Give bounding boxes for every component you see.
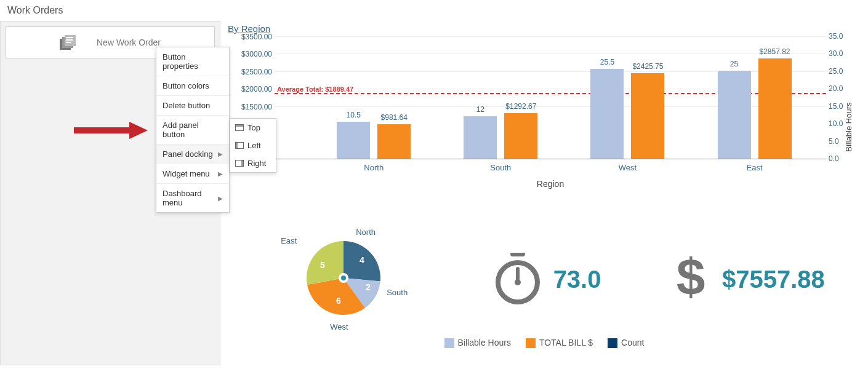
ctx-label: Delete button bbox=[163, 101, 210, 110]
kpi-total: $ $7557.88 bbox=[673, 253, 825, 306]
ctx-label: Button properties bbox=[163, 52, 223, 71]
bar-value-label: 25 bbox=[718, 60, 751, 68]
dock-right[interactable]: Right bbox=[230, 154, 276, 172]
ctx-label: Add panel button bbox=[163, 121, 223, 139]
y-left-tick: $2500.00 bbox=[241, 68, 272, 76]
x-category: West bbox=[619, 163, 637, 172]
stopwatch-icon bbox=[496, 253, 540, 306]
dollar-icon: $ bbox=[673, 253, 709, 306]
bar-value-label: $981.64 bbox=[377, 113, 411, 122]
legend-swatch bbox=[444, 338, 454, 348]
pie-slice-value: 4 bbox=[360, 255, 364, 265]
svg-marker-16 bbox=[129, 122, 148, 139]
y-right-tick: 0.0 bbox=[829, 154, 839, 163]
dock-label: Top bbox=[247, 123, 260, 132]
documents-stack-icon bbox=[60, 35, 77, 50]
annotation-arrow-icon bbox=[74, 122, 148, 141]
ctx-button-colors[interactable]: Button colors bbox=[156, 76, 229, 96]
bar-group-north: 10.5 $981.64 bbox=[337, 122, 411, 159]
average-label: Average Total: $1889.47 bbox=[277, 85, 353, 93]
x-category: East bbox=[747, 163, 763, 172]
bar-hours[interactable]: 12 bbox=[464, 116, 497, 159]
dock-top[interactable]: Top bbox=[230, 119, 276, 137]
y-right-tick: 35.0 bbox=[829, 32, 843, 41]
dock-label: Right bbox=[247, 159, 266, 168]
bar-value-label: $1292.67 bbox=[504, 102, 537, 111]
chart-title[interactable]: By Region bbox=[228, 23, 861, 34]
legend-label: Count bbox=[621, 338, 644, 347]
ctx-add-panel-button[interactable]: Add panel button bbox=[156, 116, 229, 145]
dock-left[interactable]: Left bbox=[230, 137, 276, 154]
x-axis-title: Region bbox=[537, 179, 564, 189]
ctx-label: Button colors bbox=[163, 81, 209, 90]
ctx-button-properties[interactable]: Button properties bbox=[156, 47, 229, 76]
ctx-delete-button[interactable]: Delete button bbox=[156, 96, 229, 116]
dock-label: Left bbox=[247, 141, 261, 150]
legend-swatch bbox=[526, 338, 536, 348]
ctx-dashboard-menu[interactable]: Dashboard menu▶ bbox=[156, 184, 229, 212]
kpi-hours: 73.0 bbox=[496, 253, 601, 306]
ctx-panel-docking[interactable]: Panel docking▶ bbox=[156, 145, 229, 164]
pie-label: North bbox=[356, 228, 376, 237]
pie-label: West bbox=[330, 322, 348, 331]
chevron-right-icon: ▶ bbox=[218, 151, 223, 157]
bar-hours[interactable]: 25 bbox=[718, 71, 751, 159]
y-right-tick: 5.0 bbox=[829, 137, 839, 146]
y-right-tick: 15.0 bbox=[829, 102, 843, 111]
bar-total[interactable]: $2425.75 bbox=[631, 73, 664, 159]
bar-group-west: 25.5 $2425.75 bbox=[590, 69, 664, 159]
svg-rect-5 bbox=[66, 42, 71, 43]
svg-rect-4 bbox=[66, 39, 73, 41]
chevron-right-icon: ▶ bbox=[218, 195, 223, 202]
bar-value-label: $2857.82 bbox=[758, 47, 792, 56]
y-right-tick: 20.0 bbox=[829, 84, 843, 93]
legend-swatch bbox=[608, 338, 617, 348]
bar-hours[interactable]: 10.5 bbox=[337, 122, 370, 159]
pie-chart: 4 2 6 5 North South West East bbox=[263, 224, 424, 335]
y-right-tick: 10.0 bbox=[829, 119, 843, 128]
bar-total[interactable]: $1292.67 bbox=[504, 113, 537, 159]
pie-label: East bbox=[281, 236, 297, 245]
svg-point-7 bbox=[341, 276, 346, 280]
bar-total[interactable]: $981.64 bbox=[377, 124, 411, 159]
y-left-tick: $2000.00 bbox=[241, 85, 272, 93]
chart-legend: Billable Hours TOTAL BILL $ Count bbox=[228, 338, 861, 348]
bar-value-label: 12 bbox=[464, 105, 497, 114]
y-left-tick: $1500.00 bbox=[241, 103, 272, 111]
svg-rect-3 bbox=[66, 37, 73, 38]
bar-group-south: 12 $1292.67 bbox=[464, 113, 537, 159]
legend-item[interactable]: Count bbox=[608, 338, 644, 348]
dock-left-icon bbox=[235, 142, 244, 149]
bar-group-east: 25 $2857.82 bbox=[718, 58, 792, 159]
bar-hours[interactable]: 25.5 bbox=[590, 69, 624, 159]
bar-value-label: 25.5 bbox=[590, 58, 624, 66]
legend-label: Billable Hours bbox=[458, 338, 511, 347]
chevron-right-icon: ▶ bbox=[218, 170, 223, 177]
pie-svg[interactable]: 4 2 6 5 bbox=[307, 241, 380, 315]
pie-slice-value: 5 bbox=[320, 260, 325, 270]
kpi-total-value: $7557.88 bbox=[722, 266, 825, 293]
dock-submenu: Top Left Right bbox=[230, 118, 276, 173]
y-left-tick: $3500.00 bbox=[241, 33, 272, 41]
legend-item[interactable]: TOTAL BILL $ bbox=[526, 338, 593, 348]
svg-text:$: $ bbox=[677, 253, 705, 304]
ctx-label: Dashboard menu bbox=[163, 189, 218, 207]
pie-label: South bbox=[387, 288, 408, 297]
x-category: South bbox=[490, 163, 511, 172]
bar-value-label: $2425.75 bbox=[631, 62, 664, 71]
dock-right-icon bbox=[235, 160, 244, 167]
ctx-label: Panel docking bbox=[163, 149, 213, 159]
pie-slice-value: 2 bbox=[366, 282, 371, 292]
page-title: Work Orders bbox=[0, 0, 868, 21]
legend-label: TOTAL BILL $ bbox=[539, 338, 593, 347]
bar-value-label: 10.5 bbox=[337, 111, 370, 119]
x-category: North bbox=[364, 163, 384, 172]
ctx-widget-menu[interactable]: Widget menu▶ bbox=[156, 164, 229, 184]
ctx-label: Widget menu bbox=[163, 169, 210, 178]
legend-item[interactable]: Billable Hours bbox=[444, 338, 511, 348]
new-work-order-label: New Work Order bbox=[97, 38, 161, 47]
chart-plot-area: $3500.00 $3000.00 $2500.00 $2000.00 $150… bbox=[275, 36, 826, 159]
dock-top-icon bbox=[235, 124, 244, 131]
bar-total[interactable]: $2857.82 bbox=[758, 58, 792, 159]
y-right-tick: 25.0 bbox=[829, 67, 843, 76]
